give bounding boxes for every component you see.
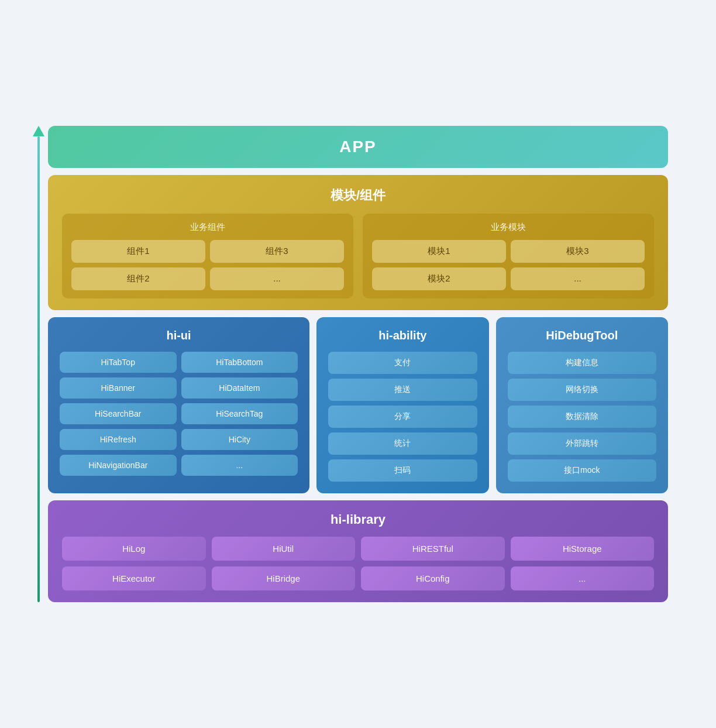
library-item-historage: HiStorage [511,537,655,561]
library-item-more: ... [511,566,655,590]
hiui-item-8: HiNavigationBar [60,455,177,476]
debug-item-0: 构建信息 [508,352,656,374]
component-item-more: ... [210,267,344,290]
module-layer: 模块/组件 业务组件 组件1 组件3 组件2 ... 业务模块 模块1 模块3 … [48,175,668,310]
module-item-more: ... [511,267,645,290]
module-inner: 业务组件 组件1 组件3 组件2 ... 业务模块 模块1 模块3 模块2 ..… [62,214,654,298]
library-item-hiconfig: HiConfig [361,566,505,590]
hiui-item-2: HiBanner [60,377,177,399]
app-layer: APP [48,126,668,168]
business-component-section: 业务组件 组件1 组件3 组件2 ... [62,214,353,298]
ability-item-0: 支付 [328,352,477,374]
hidebugtool-layer: HiDebugTool 构建信息 网络切换 数据清除 外部跳转 接口mock [496,317,668,493]
arrow-line [37,136,40,602]
module-layer-title: 模块/组件 [62,187,654,204]
hiability-layer: hi-ability 支付 推送 分享 统计 扫码 [316,317,488,493]
library-grid-row1: HiLog HiUtil HiRESTful HiStorage HiExecu… [62,537,654,590]
business-module-section: 业务模块 模块1 模块3 模块2 ... [363,214,654,298]
library-item-hibridge: HiBridge [212,566,356,590]
hidebugtool-title: HiDebugTool [508,329,656,342]
debug-list: 构建信息 网络切换 数据清除 外部跳转 接口mock [508,352,656,482]
component-grid: 组件1 组件3 组件2 ... [71,240,344,290]
component-item-3: 组件3 [210,240,344,263]
hiui-title: hi-ui [60,329,298,342]
library-item-hiexecutor: HiExecutor [62,566,206,590]
diagram-container: APP 模块/组件 业务组件 组件1 组件3 组件2 ... 业务模块 模块1 … [36,108,680,620]
app-title: APP [60,138,656,156]
library-item-hirestful: HiRESTful [361,537,505,561]
library-item-hilog: HiLog [62,537,206,561]
debug-item-2: 数据清除 [508,406,656,428]
library-item-hiutil: HiUtil [212,537,356,561]
module-item-3: 模块3 [511,240,645,263]
hiui-layer: hi-ui HiTabTop HiTabBottom HiBanner HiDa… [48,317,309,493]
hiui-item-3: HiDataItem [181,377,298,399]
ability-item-4: 扫码 [328,459,477,482]
component-item-1: 组件1 [71,240,205,263]
ability-item-1: 推送 [328,379,477,401]
module-item-2: 模块2 [372,267,506,290]
hiui-item-7: HiCity [181,429,298,450]
middle-row: hi-ui HiTabTop HiTabBottom HiBanner HiDa… [48,317,668,493]
hiui-grid: HiTabTop HiTabBottom HiBanner HiDataItem… [60,352,298,476]
arrow-head [33,126,44,136]
ability-item-2: 分享 [328,406,477,428]
ability-list: 支付 推送 分享 统计 扫码 [328,352,477,482]
debug-item-1: 网络切换 [508,379,656,401]
library-title: hi-library [62,512,654,527]
module-item-1: 模块1 [372,240,506,263]
hiui-item-6: HiRefresh [60,429,177,450]
debug-item-3: 外部跳转 [508,432,656,455]
hiui-item-4: HiSearchBar [60,403,177,424]
library-layer: hi-library HiLog HiUtil HiRESTful HiStor… [48,500,668,602]
business-module-title: 业务模块 [372,222,645,233]
hiability-title: hi-ability [328,329,477,342]
hiui-item-0: HiTabTop [60,352,177,373]
hiui-item-5: HiSearchTag [181,403,298,424]
module-grid: 模块1 模块3 模块2 ... [372,240,645,290]
component-item-2: 组件2 [71,267,205,290]
debug-item-4: 接口mock [508,459,656,482]
business-component-title: 业务组件 [71,222,344,233]
ability-item-3: 统计 [328,432,477,455]
arrow [30,126,47,602]
hiui-item-1: HiTabBottom [181,352,298,373]
hiui-item-more: ... [181,455,298,476]
